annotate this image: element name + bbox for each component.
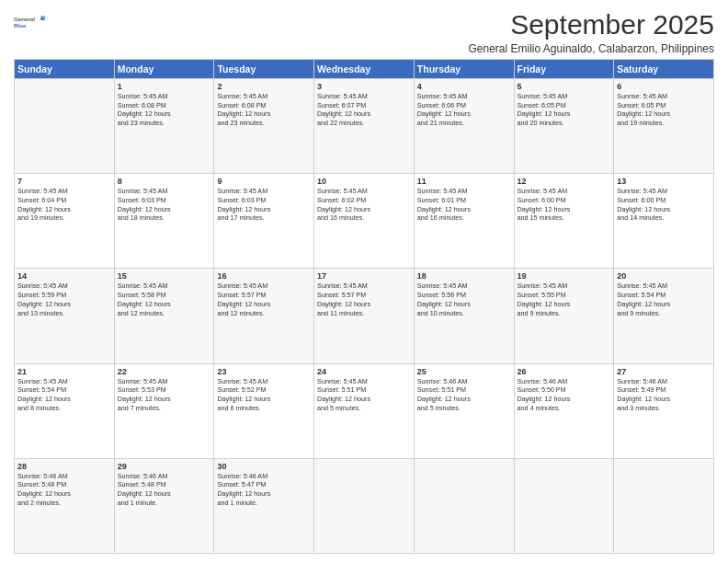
cell-1-4: 3Sunrise: 5:45 AM Sunset: 6:07 PM Daylig… [314,79,415,174]
subtitle: General Emilio Aguinaldo, Calabarzon, Ph… [469,42,715,55]
cell-3-4: 17Sunrise: 5:45 AM Sunset: 5:57 PM Dayli… [314,269,415,363]
cell-3-1: 14Sunrise: 5:45 AM Sunset: 5:59 PM Dayli… [15,269,115,363]
cell-content: Sunrise: 5:45 AM Sunset: 6:08 PM Dayligh… [118,92,211,128]
day-number: 20 [617,271,711,281]
day-number: 2 [217,82,311,91]
cell-2-3: 9Sunrise: 5:45 AM Sunset: 6:03 PM Daylig… [214,174,314,269]
day-number: 23 [217,367,311,376]
cell-3-7: 20Sunrise: 5:45 AM Sunset: 5:54 PM Dayli… [614,269,714,363]
cell-content: Sunrise: 5:45 AM Sunset: 6:02 PM Dayligh… [317,187,411,223]
cell-content: Sunrise: 5:45 AM Sunset: 6:03 PM Dayligh… [118,187,211,223]
cell-content: Sunrise: 5:46 AM Sunset: 5:48 PM Dayligh… [17,472,111,508]
logo: General Blue [14,9,49,35]
month-title: September 2025 [469,9,715,40]
day-number: 6 [617,82,711,91]
cell-content: Sunrise: 5:46 AM Sunset: 5:51 PM Dayligh… [417,377,511,413]
cell-1-5: 4Sunrise: 5:45 AM Sunset: 6:06 PM Daylig… [414,79,514,174]
cell-2-7: 13Sunrise: 5:45 AM Sunset: 6:00 PM Dayli… [614,174,714,269]
cell-5-5 [414,458,514,553]
cell-content: Sunrise: 5:45 AM Sunset: 5:54 PM Dayligh… [617,282,711,317]
day-number: 22 [118,367,211,376]
cell-1-2: 1Sunrise: 5:45 AM Sunset: 6:08 PM Daylig… [114,79,214,174]
cell-content: Sunrise: 5:45 AM Sunset: 5:58 PM Dayligh… [118,282,211,317]
day-number: 12 [518,177,611,186]
cell-content: Sunrise: 5:45 AM Sunset: 6:00 PM Dayligh… [617,187,711,223]
header: General Blue September 2025 General Emil… [14,9,714,55]
cell-4-7: 27Sunrise: 5:46 AM Sunset: 5:49 PM Dayli… [614,363,714,458]
logo-icon: General Blue [14,9,49,35]
day-number: 29 [118,462,211,471]
cell-content: Sunrise: 5:45 AM Sunset: 6:01 PM Dayligh… [417,187,511,223]
day-header-sunday: Sunday [15,60,115,79]
day-number: 28 [17,462,111,471]
day-header-wednesday: Wednesday [314,60,415,79]
cell-1-3: 2Sunrise: 5:45 AM Sunset: 6:08 PM Daylig… [214,79,314,174]
cell-content: Sunrise: 5:45 AM Sunset: 5:52 PM Dayligh… [217,377,311,413]
cell-content: Sunrise: 5:45 AM Sunset: 5:56 PM Dayligh… [417,282,511,317]
day-number: 11 [417,177,511,186]
day-number: 10 [317,177,411,186]
cell-content: Sunrise: 5:46 AM Sunset: 5:49 PM Dayligh… [617,377,711,413]
day-header-saturday: Saturday [614,60,714,79]
cell-content: Sunrise: 5:45 AM Sunset: 5:57 PM Dayligh… [317,282,411,317]
day-number: 13 [617,177,711,186]
cell-content: Sunrise: 5:45 AM Sunset: 6:08 PM Dayligh… [217,92,311,128]
title-block: September 2025 General Emilio Aguinaldo,… [469,9,715,55]
cell-content: Sunrise: 5:46 AM Sunset: 5:50 PM Dayligh… [518,377,611,413]
day-number: 15 [118,271,211,281]
svg-text:Blue: Blue [14,22,27,29]
cell-3-3: 16Sunrise: 5:45 AM Sunset: 5:57 PM Dayli… [214,269,314,363]
cell-4-2: 22Sunrise: 5:45 AM Sunset: 5:53 PM Dayli… [114,363,214,458]
cell-content: Sunrise: 5:45 AM Sunset: 5:53 PM Dayligh… [118,377,211,413]
cell-content: Sunrise: 5:45 AM Sunset: 5:59 PM Dayligh… [17,282,111,317]
week-row-2: 7Sunrise: 5:45 AM Sunset: 6:04 PM Daylig… [15,174,714,269]
day-header-monday: Monday [114,60,214,79]
cell-1-6: 5Sunrise: 5:45 AM Sunset: 6:05 PM Daylig… [514,79,614,174]
cell-content: Sunrise: 5:45 AM Sunset: 6:06 PM Dayligh… [417,92,511,128]
week-row-3: 14Sunrise: 5:45 AM Sunset: 5:59 PM Dayli… [15,269,714,363]
cell-1-1 [15,79,115,174]
day-number: 17 [317,271,411,281]
cell-2-5: 11Sunrise: 5:45 AM Sunset: 6:01 PM Dayli… [414,174,514,269]
cell-content: Sunrise: 5:45 AM Sunset: 6:05 PM Dayligh… [617,92,711,128]
day-number: 24 [317,367,411,376]
day-number: 26 [518,367,611,376]
cell-2-2: 8Sunrise: 5:45 AM Sunset: 6:03 PM Daylig… [114,174,214,269]
cell-4-1: 21Sunrise: 5:45 AM Sunset: 5:54 PM Dayli… [15,363,115,458]
cell-5-7 [614,458,714,553]
cell-1-7: 6Sunrise: 5:45 AM Sunset: 6:05 PM Daylig… [614,79,714,174]
cell-3-6: 19Sunrise: 5:45 AM Sunset: 5:55 PM Dayli… [514,269,614,363]
cell-content: Sunrise: 5:45 AM Sunset: 6:00 PM Dayligh… [518,187,611,223]
cell-content: Sunrise: 5:45 AM Sunset: 6:03 PM Dayligh… [217,187,311,223]
day-number: 27 [617,367,711,376]
day-header-tuesday: Tuesday [214,60,314,79]
cell-4-4: 24Sunrise: 5:45 AM Sunset: 5:51 PM Dayli… [314,363,415,458]
cell-content: Sunrise: 5:45 AM Sunset: 6:05 PM Dayligh… [518,92,611,128]
day-header-friday: Friday [514,60,614,79]
day-number: 14 [17,271,111,281]
day-header-thursday: Thursday [414,60,514,79]
cell-3-5: 18Sunrise: 5:45 AM Sunset: 5:56 PM Dayli… [414,269,514,363]
cell-5-6 [514,458,614,553]
cell-5-1: 28Sunrise: 5:46 AM Sunset: 5:48 PM Dayli… [15,458,115,553]
day-number: 5 [518,82,611,91]
week-row-1: 1Sunrise: 5:45 AM Sunset: 6:08 PM Daylig… [15,79,714,174]
day-number: 30 [217,462,311,471]
day-number: 16 [217,271,311,281]
day-number: 19 [518,271,611,281]
cell-5-3: 30Sunrise: 5:46 AM Sunset: 5:47 PM Dayli… [214,458,314,553]
day-number: 7 [17,177,111,186]
day-number: 9 [217,177,311,186]
header-row: SundayMondayTuesdayWednesdayThursdayFrid… [15,60,714,79]
cell-4-3: 23Sunrise: 5:45 AM Sunset: 5:52 PM Dayli… [214,363,314,458]
cell-5-2: 29Sunrise: 5:46 AM Sunset: 5:48 PM Dayli… [114,458,214,553]
day-number: 4 [417,82,511,91]
cell-2-1: 7Sunrise: 5:45 AM Sunset: 6:04 PM Daylig… [15,174,115,269]
day-number: 3 [317,82,411,91]
day-number: 21 [17,367,111,376]
svg-text:General: General [14,16,35,22]
day-number: 8 [118,177,211,186]
cell-content: Sunrise: 5:45 AM Sunset: 5:55 PM Dayligh… [518,282,611,317]
cell-content: Sunrise: 5:45 AM Sunset: 5:54 PM Dayligh… [17,377,111,413]
day-number: 18 [417,271,511,281]
